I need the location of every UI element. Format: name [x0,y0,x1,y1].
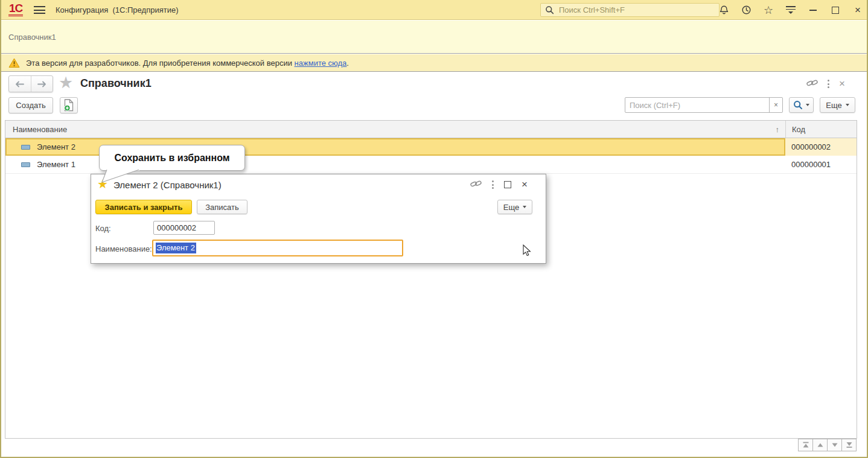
scroll-bottom-icon [846,442,853,448]
dialog-more-button[interactable]: Еще [497,200,532,214]
warning-bar: Эта версия для разработчиков. Для приобр… [0,54,868,72]
catalog-item-icon [21,145,30,150]
column-header-code[interactable]: Код [785,121,857,138]
arrow-right-icon [37,81,46,87]
window-frame-left [0,0,1,458]
search-menu-button[interactable] [789,97,814,113]
1c-logo: 1С [8,2,23,16]
minimize-button[interactable] [808,5,819,16]
notification-bell-icon[interactable] [718,5,729,16]
close-form-button[interactable]: × [839,79,845,89]
page-title: Справочник1 [80,77,152,90]
forward-button[interactable] [31,76,53,92]
back-button[interactable] [9,76,31,92]
tabs-bar: Справочник1 [0,21,868,54]
magnifier-icon [793,100,803,110]
sort-ascending-icon: ↑ [776,125,780,134]
catalog-item-icon [21,162,30,167]
close-dialog-button[interactable]: × [522,180,528,189]
more-actions-icon[interactable] [828,80,829,88]
favorite-star-icon[interactable]: ★ [59,74,73,91]
warning-triangle-icon [8,58,20,68]
titlebar: 1С Конфигурация (1С:Предприятие) ☆ × [0,0,868,20]
navigation-arrows [8,75,53,92]
buy-version-link[interactable]: нажмите сюда [295,59,347,68]
more-actions-icon[interactable] [492,180,494,189]
save-button[interactable]: Записать [197,200,247,214]
service-menu-icon[interactable] [785,5,796,16]
get-link-icon[interactable] [806,78,818,89]
chevron-down-icon [523,206,526,208]
chevron-down-icon [806,104,809,106]
get-link-icon[interactable] [470,179,482,190]
app-window: 1С Конфигурация (1С:Предприятие) ☆ × Спр… [0,0,868,458]
arrow-left-icon [15,81,24,87]
scroll-buttons [798,439,857,451]
tooltip-save-to-favorites: Сохранить в избранном [99,145,245,171]
scroll-top-icon [802,442,809,448]
clear-search-button[interactable]: × [769,98,782,112]
column-header-name[interactable]: Наименование ↑ [5,121,785,138]
tooltip-tail [100,169,148,183]
favorites-star-icon[interactable]: ☆ [763,5,774,16]
code-field[interactable] [153,221,215,235]
scroll-bottom-button[interactable] [841,439,857,451]
list-search-input[interactable] [625,98,769,112]
triangle-down-icon [831,442,838,448]
cell-code[interactable]: 000000001 [785,156,857,173]
code-field-label: Код: [95,224,111,233]
cell-code[interactable]: 000000002 [785,138,857,156]
selected-text: Элемент 2 [156,243,196,253]
warning-text: Эта версия для разработчиков. Для приобр… [26,59,349,68]
triangle-up-icon [817,442,824,448]
maximize-dialog-button[interactable] [504,181,511,188]
hamburger-menu-icon[interactable] [34,6,45,14]
document-plus-icon [64,99,74,112]
table-header: Наименование ↑ Код [5,121,857,138]
global-search-input[interactable] [558,5,715,15]
maximize-button[interactable] [830,5,841,16]
name-field[interactable]: Элемент 2 [152,240,403,256]
scroll-top-button[interactable] [798,439,813,451]
create-button[interactable]: Создать [8,97,53,113]
close-window-button[interactable]: × [852,5,863,16]
scroll-up-button[interactable] [812,439,828,451]
list-search-box: × [625,97,783,113]
app-title: Конфигурация (1С:Предприятие) [56,5,178,14]
tab-spravochnik1[interactable]: Справочник1 [8,33,56,42]
chevron-down-icon [846,104,849,106]
scroll-down-button[interactable] [827,439,842,451]
more-button[interactable]: Еще [820,97,855,113]
global-search-box[interactable] [540,3,720,17]
search-icon [545,5,554,14]
save-and-close-button[interactable]: Записать и закрыть [95,200,192,214]
element-dialog: ★ Элемент 2 (Справочник1) × Записать и з… [91,174,546,264]
history-clock-icon[interactable] [741,5,752,16]
create-group-button[interactable] [60,97,78,113]
name-field-label: Наименование: [95,244,152,253]
